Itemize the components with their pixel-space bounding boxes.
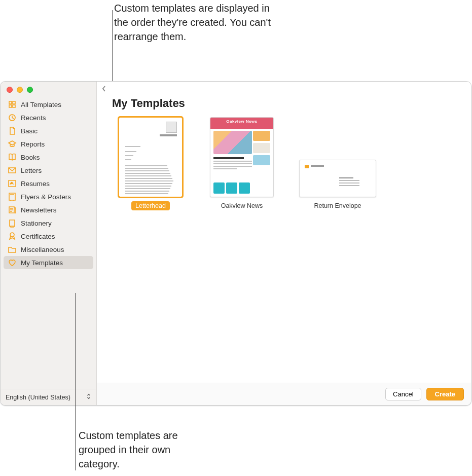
sidebar-item-stationery[interactable]: Stationery [4,216,93,230]
sidebar-item-label: Basic [21,127,38,135]
template-oakview-news[interactable]: Oakview NewsOakview News [203,117,280,210]
template-chooser-window: All TemplatesRecentsBasicReportsBooksLet… [0,81,471,406]
stationery-icon [8,218,17,228]
sidebar-item-books[interactable]: Books [4,151,93,164]
template-letterhead[interactable]: Letterhead [112,117,189,210]
sidebar-item-label: Certificates [21,233,55,240]
sidebar-item-basic[interactable]: Basic [4,124,93,137]
sidebar-item-label: Recents [21,114,46,122]
create-button[interactable]: Create [426,388,464,400]
minimize-window-button[interactable] [17,87,23,93]
sidebar-item-all-templates[interactable]: All Templates [4,98,93,111]
sidebar-item-label: My Templates [21,259,63,267]
sidebar-item-label: Miscellaneous [21,246,64,253]
cancel-button[interactable]: Cancel [385,388,421,400]
envelope-icon [8,166,17,175]
sidebar-item-label: Newsletters [21,206,57,214]
clock-icon [8,113,17,122]
doc-icon [8,126,17,135]
collapse-sidebar-button[interactable] [100,85,108,93]
academic-cap-icon [8,139,17,149]
sidebar-item-label: All Templates [21,101,61,108]
folder-icon [8,245,17,254]
template-thumbnail [119,117,183,197]
ribbon-icon [8,232,17,241]
callout-top: Custom templates are displayed in the or… [114,1,271,44]
template-label: Oakview News [217,201,267,210]
sidebar-item-label: Reports [21,140,45,148]
close-window-button[interactable] [7,87,13,93]
sidebar-item-flyers-posters[interactable]: Flyers & Posters [4,190,93,203]
heart-icon [8,258,17,267]
newspaper-icon [8,205,17,214]
sidebar-item-label: Letters [21,167,42,174]
template-thumbnail [299,160,376,197]
grid-icon [8,100,17,109]
main-panel: My Templates LetterheadOakview NewsOakvi… [97,82,471,405]
template-label: Return Envelope [310,201,365,210]
sidebar-item-certificates[interactable]: Certificates [4,230,93,243]
sidebar-item-letters[interactable]: Letters [4,164,93,177]
sidebar-item-label: Resumes [21,180,50,188]
sidebar-item-label: Books [21,154,40,161]
sidebar: All TemplatesRecentsBasicReportsBooksLet… [1,82,97,405]
sidebar-item-miscellaneous[interactable]: Miscellaneous [4,243,93,256]
category-list: All TemplatesRecentsBasicReportsBooksLet… [1,96,96,389]
person-card-icon [8,179,17,188]
book-icon [8,153,17,162]
sidebar-item-reports[interactable]: Reports [4,137,93,151]
template-banner-text: Oakview News [210,119,273,124]
sidebar-item-label: Flyers & Posters [21,193,71,201]
footer: Cancel Create [97,383,471,405]
callout-leader-bottom [75,293,76,470]
sidebar-item-my-templates[interactable]: My Templates [4,256,93,269]
window-controls [1,82,96,96]
poster-icon [8,192,17,201]
sidebar-item-recents[interactable]: Recents [4,111,93,124]
language-label: English (United States) [6,394,70,401]
template-thumbnail: Oakview News [210,117,274,197]
zoom-window-button[interactable] [27,87,33,93]
template-return-envelope[interactable]: Return Envelope [295,160,381,210]
sidebar-item-label: Stationery [21,219,52,227]
popup-chevrons-icon [86,393,91,401]
language-popup[interactable]: English (United States) [1,389,96,405]
template-grid: LetterheadOakview NewsOakview NewsReturn… [97,117,471,210]
sidebar-item-resumes[interactable]: Resumes [4,177,93,190]
template-label: Letterhead [131,201,170,210]
callout-bottom: Custom templates are grouped in their ow… [79,428,210,471]
page-title: My Templates [97,94,471,117]
sidebar-item-newsletters[interactable]: Newsletters [4,203,93,216]
